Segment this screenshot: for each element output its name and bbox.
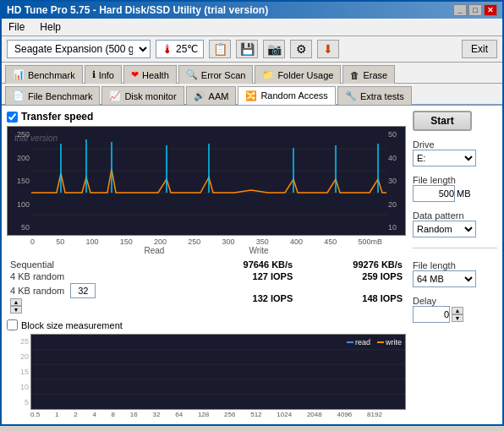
- data-pattern-dropdown[interactable]: Random: [413, 221, 476, 237]
- tab-folder-usage[interactable]: 📁 Folder Usage: [255, 65, 341, 84]
- spin-up-button[interactable]: ▲: [10, 298, 22, 306]
- file-length2-section: File length 64 MB: [413, 259, 497, 287]
- chart-legend: read write: [347, 338, 402, 346]
- y-tick-100: 100: [9, 200, 30, 209]
- bx-128: 128: [198, 411, 209, 418]
- drive-label: Drive: [413, 139, 497, 150]
- file-length-input[interactable]: [413, 185, 455, 202]
- toolbar-icon-2[interactable]: 💾: [236, 40, 258, 58]
- delay-section: Delay ▲ ▼: [413, 294, 497, 323]
- maximize-button[interactable]: □: [468, 4, 482, 16]
- tabs-row2: 📄 File Benchmark 📈 Disk monitor 🔊 AAM 🔀 …: [2, 84, 502, 106]
- tab-health[interactable]: ❤ Health: [123, 65, 177, 84]
- bx-0.5: 0.5: [30, 411, 40, 418]
- bx-32: 32: [153, 411, 161, 418]
- bx-4096: 4096: [337, 411, 352, 418]
- window: HD Tune Pro 5.75 - Hard Disk/SSD Utility…: [0, 0, 504, 426]
- extra-tests-icon: 🔧: [345, 90, 357, 101]
- y-tick-r-30: 30: [388, 177, 403, 185]
- transfer-speed-label[interactable]: Transfer speed: [7, 111, 93, 123]
- main-chart: trial version 250 200 150 100 50 50 40 3…: [7, 126, 406, 236]
- main-content: Transfer speed trial version 250 200 150…: [2, 106, 502, 424]
- spin-down-button[interactable]: ▼: [10, 306, 22, 314]
- delay-label: Delay: [413, 296, 497, 306]
- temperature-value: 25℃: [176, 43, 198, 55]
- tab-disk-monitor[interactable]: 📈 Disk monitor: [101, 86, 184, 105]
- x-tick-400: 400: [290, 237, 303, 246]
- drive-dropdown[interactable]: E:: [413, 150, 476, 166]
- y-tick-r-40: 40: [388, 154, 403, 162]
- title-bar: HD Tune Pro 5.75 - Hard Disk/SSD Utility…: [2, 2, 502, 19]
- left-panel: Transfer speed trial version 250 200 150…: [7, 111, 406, 419]
- thermometer-icon: 🌡: [162, 42, 173, 56]
- close-button[interactable]: ✕: [484, 4, 497, 16]
- erase-icon: 🗑: [350, 70, 359, 80]
- transfer-speed-header: Transfer speed: [7, 111, 406, 123]
- tab-erase[interactable]: 🗑 Erase: [342, 65, 395, 84]
- chart-svg: [31, 127, 386, 236]
- transfer-speed-text: Transfer speed: [21, 111, 93, 123]
- toolbar-icon-1[interactable]: 📋: [209, 40, 231, 58]
- bx-1024: 1024: [277, 411, 292, 418]
- block-size-checkbox[interactable]: [7, 319, 18, 330]
- menu-file[interactable]: File: [5, 20, 28, 34]
- tab-aam[interactable]: 🔊 AAM: [186, 86, 237, 105]
- x-tick-50: 50: [56, 237, 64, 246]
- right-panel: Start Drive E: File length MB Data patte…: [413, 111, 497, 419]
- data-pattern-label: Data pattern: [413, 210, 497, 221]
- bx-512: 512: [250, 411, 261, 418]
- drive-select[interactable]: Seagate Expansion (500 gB): [7, 40, 151, 58]
- tab-info[interactable]: ℹ Info: [85, 65, 122, 84]
- 4kb-random-2-label: 4 KB random ▲ ▼: [7, 282, 186, 314]
- block-y-10: 10: [8, 383, 29, 391]
- bx-4: 4: [92, 411, 96, 418]
- x-tick-250: 250: [188, 237, 200, 246]
- minimize-button[interactable]: _: [453, 4, 467, 16]
- transfer-speed-checkbox[interactable]: [7, 112, 18, 123]
- block-y-20: 20: [8, 352, 29, 361]
- y-tick-150: 150: [9, 177, 30, 185]
- toolbar-icon-3[interactable]: 📷: [263, 40, 285, 58]
- tab-extra-tests[interactable]: 🔧 Extra tests: [337, 86, 412, 105]
- section-divider: [413, 248, 497, 248]
- delay-input[interactable]: [413, 306, 450, 323]
- folder-icon: 📁: [262, 69, 274, 80]
- y-tick-200: 200: [9, 154, 30, 162]
- toolbar-icon-4[interactable]: ⚙: [290, 40, 312, 58]
- tab-error-scan[interactable]: 🔍 Error Scan: [178, 65, 254, 84]
- 4kb-spinner-input[interactable]: [70, 283, 96, 298]
- delay-spin-up[interactable]: ▲: [452, 307, 463, 314]
- x-tick-300: 300: [222, 237, 234, 246]
- block-y-5: 5: [8, 398, 29, 406]
- tab-benchmark[interactable]: 📊 Benchmark: [5, 65, 83, 84]
- exit-button[interactable]: Exit: [462, 40, 497, 58]
- tab-file-benchmark[interactable]: 📄 File Benchmark: [5, 86, 100, 105]
- legend-write-dot: [377, 341, 384, 343]
- 4kb-random-1-read: 127 IOPS: [186, 270, 296, 282]
- tab-random-access[interactable]: 🔀 Random Access: [238, 86, 335, 105]
- bx-2: 2: [74, 411, 77, 418]
- disk-monitor-icon: 📈: [109, 90, 121, 101]
- toolbar-icon-5[interactable]: ⬇: [317, 40, 339, 58]
- legend-write: write: [377, 338, 402, 346]
- menu-help[interactable]: Help: [36, 20, 64, 34]
- sequential-write: 99276 KB/s: [296, 259, 406, 270]
- write-label: Write: [249, 246, 268, 255]
- file-length-row: MB: [413, 185, 497, 202]
- legend-read-dot: [347, 341, 353, 343]
- table-row-4kb-2: 4 KB random ▲ ▼ 132 IOPS 148 IOPS: [7, 282, 406, 314]
- x-tick-0: 0: [30, 237, 35, 246]
- menu-bar: File Help: [2, 19, 502, 36]
- block-section: Block size measurement 25 20 15 10 5: [7, 319, 406, 419]
- start-button[interactable]: Start: [413, 111, 472, 131]
- file-length2-dropdown[interactable]: 64 MB: [413, 270, 476, 287]
- data-table: Sequential 97646 KB/s 99276 KB/s 4 KB ra…: [7, 259, 406, 314]
- info-icon: ℹ: [92, 69, 96, 80]
- x-tick-150: 150: [120, 237, 133, 246]
- y-tick-250: 250: [9, 130, 30, 139]
- delay-spinner-buttons: ▲ ▼: [452, 307, 463, 322]
- aam-icon: 🔊: [194, 90, 205, 101]
- delay-spin-down[interactable]: ▼: [452, 314, 463, 322]
- sequential-label: Sequential: [7, 259, 186, 270]
- block-chart: read write: [30, 334, 406, 410]
